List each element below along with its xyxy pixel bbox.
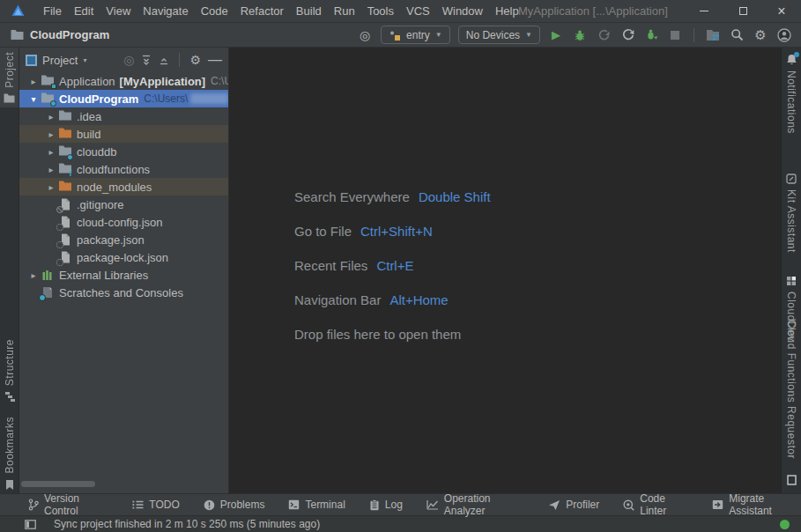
- chevron-right-icon[interactable]: ▸: [44, 112, 58, 122]
- tree-item-external-libraries[interactable]: ▸ External Libraries: [19, 266, 228, 284]
- account-avatar-icon[interactable]: [776, 27, 792, 43]
- tool-label: Terminal: [305, 499, 345, 511]
- stop-icon: [671, 31, 679, 40]
- tree-item-cloudprogram[interactable]: ▾ CloudProgram C:\Users\: [19, 90, 228, 107]
- chevron-down-icon[interactable]: ▾: [26, 94, 41, 104]
- toolbar-actions: ◎ entry ▼ No Devices ▼ ▶: [357, 26, 792, 44]
- tree-item-idea[interactable]: ▸ .idea: [19, 107, 228, 125]
- menu-edit[interactable]: Edit: [68, 0, 100, 22]
- notification-dot: [794, 52, 799, 57]
- project-tool-icon: [4, 93, 15, 103]
- device-select[interactable]: No Devices ▼: [458, 26, 540, 44]
- tool-todo[interactable]: TODO: [132, 499, 179, 511]
- excluded-folder-icon: [58, 127, 72, 141]
- close-icon: ×: [777, 4, 785, 18]
- json-file-icon: [58, 215, 72, 229]
- menu-file[interactable]: File: [37, 0, 68, 22]
- chevron-right-icon[interactable]: ▸: [26, 270, 41, 280]
- chevron-right-icon[interactable]: ▸: [44, 129, 58, 139]
- update-debug-button[interactable]: [643, 27, 659, 43]
- branch-icon: [28, 499, 39, 511]
- rerun-sync-button[interactable]: [619, 27, 635, 43]
- title-bar: File Edit View Navigate Code Refactor Bu…: [0, 0, 801, 23]
- right-tool-stripe: Notifications Kit Assistant CloudDev Clo…: [781, 48, 801, 493]
- expand-all-icon[interactable]: [141, 55, 152, 65]
- menu-code[interactable]: Code: [195, 0, 234, 22]
- stripe-tab-cloud-functions-requestor[interactable]: Cloud Functions Requestor: [782, 315, 801, 463]
- tree-item-label: .idea: [77, 110, 101, 123]
- collapse-all-icon[interactable]: [159, 55, 169, 65]
- terminal-icon: [288, 499, 300, 510]
- stripe-tab-device-window[interactable]: [782, 470, 801, 490]
- tree-item-clouddb[interactable]: ▸ clouddb: [19, 143, 228, 160]
- tool-migrate-assistant[interactable]: Migrate Assistant: [712, 492, 801, 517]
- tool-version-control[interactable]: Version Control: [28, 492, 108, 517]
- chevron-right-icon[interactable]: ▸: [26, 77, 41, 86]
- debug-button[interactable]: [572, 27, 588, 43]
- tree-item-scratches[interactable]: Scratches and Consoles: [19, 284, 228, 301]
- bottom-tool-window-bar: Version Control TODO Problems Terminal L…: [0, 493, 801, 515]
- menu-tools[interactable]: Tools: [361, 0, 400, 22]
- locate-file-icon[interactable]: ◎: [357, 27, 373, 43]
- breadcrumb[interactable]: CloudProgram: [9, 27, 109, 43]
- close-button[interactable]: ×: [762, 0, 801, 22]
- linter-magnifier-icon: [623, 499, 634, 511]
- menu-view[interactable]: View: [100, 0, 137, 22]
- horizontal-scrollbar[interactable]: [21, 481, 95, 487]
- tree-item-cloud-config-json[interactable]: cloud-config.json: [19, 213, 228, 231]
- tree-item-cloudfunctions[interactable]: ▸ cloudfunctions: [19, 160, 228, 178]
- tool-operation-analyzer[interactable]: Operation Analyzer: [426, 492, 524, 517]
- tool-terminal[interactable]: Terminal: [288, 499, 345, 511]
- cloud-badge-icon: [50, 100, 56, 107]
- tree-item-label: node_modules: [77, 181, 152, 194]
- tree-item-node-modules[interactable]: ▸ node_modules: [19, 178, 228, 196]
- status-message: Sync project finished in 2 m 10 s 250 ms…: [54, 518, 320, 530]
- project-structure-icon[interactable]: [705, 27, 721, 43]
- run-configuration-select[interactable]: entry ▼: [381, 26, 450, 44]
- maximize-button[interactable]: [723, 0, 762, 22]
- menu-refactor[interactable]: Refactor: [234, 0, 290, 22]
- chevron-right-icon[interactable]: ▸: [44, 165, 58, 174]
- stripe-tab-notifications[interactable]: Notifications: [782, 49, 801, 138]
- chevron-right-icon[interactable]: ▸: [44, 182, 58, 192]
- chevron-down-icon[interactable]: ▾: [83, 56, 86, 64]
- menu-run[interactable]: Run: [328, 0, 361, 22]
- hide-panel-icon[interactable]: —: [208, 52, 222, 68]
- stripe-tab-project[interactable]: Project: [0, 48, 19, 107]
- project-panel-header: Project ▾ ◎ ⚙ —: [19, 48, 228, 72]
- stripe-tab-kit-assistant[interactable]: Kit Assistant: [782, 169, 801, 257]
- tool-problems[interactable]: Problems: [204, 499, 265, 511]
- tree-item-application[interactable]: ▸ Application [MyApplication] C:\U: [19, 72, 228, 90]
- menu-vcs[interactable]: VCS: [400, 0, 436, 22]
- tree-item-package-json[interactable]: package.json: [19, 231, 228, 248]
- toggle-tool-windows-icon[interactable]: [25, 520, 36, 529]
- select-opened-file-icon[interactable]: ◎: [123, 54, 134, 66]
- main-toolbar: CloudProgram ◎ entry ▼ No Devices ▼ ▶: [0, 23, 801, 48]
- ide-window: File Edit View Navigate Code Refactor Bu…: [0, 0, 801, 532]
- tool-log[interactable]: Log: [369, 499, 403, 511]
- tree-item-package-lock-json[interactable]: package-lock.json: [19, 248, 228, 266]
- chevron-right-icon[interactable]: ▸: [44, 147, 58, 157]
- menu-navigate[interactable]: Navigate: [137, 0, 194, 22]
- stripe-tab-structure[interactable]: Structure: [0, 335, 19, 406]
- tree-item-gitignore[interactable]: .gitignore: [19, 196, 228, 213]
- folder-icon: [58, 109, 72, 123]
- stripe-tab-bookmarks[interactable]: Bookmarks: [0, 412, 19, 495]
- menu-build[interactable]: Build: [290, 0, 328, 22]
- settings-gear-icon[interactable]: ⚙: [753, 27, 768, 43]
- run-button[interactable]: ▶: [548, 27, 564, 43]
- tool-profiler[interactable]: Profiler: [548, 499, 599, 511]
- tree-item-build[interactable]: ▸ build: [19, 125, 228, 143]
- tree-item-label: External Libraries: [59, 269, 148, 282]
- paper-plane-icon: [548, 499, 560, 511]
- panel-settings-gear-icon[interactable]: ⚙: [189, 54, 201, 66]
- project-panel-title[interactable]: Project: [42, 54, 78, 67]
- ignore-badge-icon: [56, 206, 63, 213]
- chevron-down-icon: ▼: [525, 31, 532, 39]
- tool-label: Migrate Assistant: [729, 492, 801, 517]
- tree-item-module-tag: [MyApplication]: [120, 75, 206, 88]
- search-everywhere-icon[interactable]: [729, 27, 745, 43]
- tool-code-linter[interactable]: Code Linter: [623, 492, 688, 517]
- menu-window[interactable]: Window: [436, 0, 489, 22]
- minimize-button[interactable]: [685, 0, 723, 22]
